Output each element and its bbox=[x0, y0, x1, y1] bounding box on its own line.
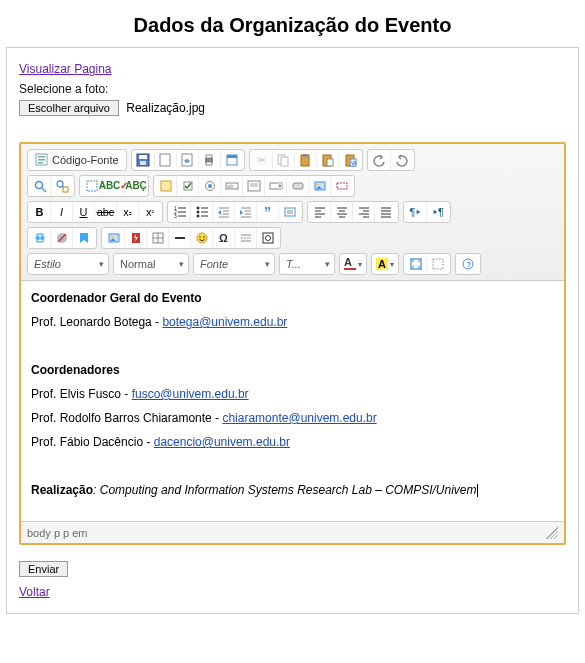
numberedlist-icon[interactable]: 123 bbox=[169, 202, 191, 222]
form-panel: Visualizar Pagina Selecione a foto: Esco… bbox=[6, 47, 579, 614]
spellcheck-icon[interactable]: ABC✓ bbox=[103, 176, 125, 196]
strike-icon[interactable]: abc bbox=[95, 202, 117, 222]
svg-point-32 bbox=[208, 184, 212, 188]
iframe-icon[interactable] bbox=[257, 228, 279, 248]
checkbox-icon[interactable] bbox=[177, 176, 199, 196]
maximize-icon[interactable] bbox=[405, 254, 427, 274]
find-icon[interactable] bbox=[29, 176, 51, 196]
svg-rect-7 bbox=[160, 154, 170, 166]
preview-icon[interactable] bbox=[177, 150, 199, 170]
svg-rect-40 bbox=[293, 183, 303, 189]
form-icon[interactable] bbox=[155, 176, 177, 196]
link-icon[interactable] bbox=[29, 228, 51, 248]
source-button[interactable]: Código-Fonte bbox=[29, 150, 125, 170]
resize-handle[interactable] bbox=[546, 527, 558, 539]
smiley-icon[interactable] bbox=[191, 228, 213, 248]
textfield-icon[interactable]: ab bbox=[221, 176, 243, 196]
flash-icon[interactable] bbox=[125, 228, 147, 248]
newpage-icon[interactable] bbox=[155, 150, 177, 170]
font-select[interactable]: Fonte▾ bbox=[193, 253, 275, 275]
format-select[interactable]: Normal▾ bbox=[113, 253, 189, 275]
paste-word-icon[interactable]: W bbox=[339, 150, 361, 170]
svg-text:?: ? bbox=[467, 260, 472, 269]
svg-text:1: 1 bbox=[174, 205, 177, 211]
pagebreak-icon[interactable] bbox=[235, 228, 257, 248]
copy-icon[interactable] bbox=[273, 150, 295, 170]
svg-rect-18 bbox=[323, 155, 331, 166]
svg-line-24 bbox=[42, 188, 46, 192]
svg-rect-90 bbox=[132, 233, 140, 243]
scayt-icon[interactable]: ABÇ bbox=[125, 176, 147, 196]
c2-email[interactable]: chiaramonte@univem.edu.br bbox=[222, 411, 376, 425]
svg-rect-9 bbox=[205, 158, 213, 163]
bidi-rtl-icon[interactable]: ‣¶ bbox=[427, 202, 449, 222]
blockquote-icon[interactable]: ” bbox=[257, 202, 279, 222]
c3-email[interactable]: dacencio@univem.edu.br bbox=[154, 435, 290, 449]
svg-rect-3 bbox=[38, 162, 43, 164]
superscript-icon[interactable]: x² bbox=[139, 202, 161, 222]
image-icon[interactable] bbox=[103, 228, 125, 248]
justify-icon[interactable] bbox=[375, 202, 397, 222]
element-path[interactable]: body p p em bbox=[27, 527, 88, 539]
subscript-icon[interactable]: x₂ bbox=[117, 202, 139, 222]
paste-text-icon[interactable] bbox=[317, 150, 339, 170]
paste-icon[interactable] bbox=[295, 150, 317, 170]
button-icon[interactable] bbox=[287, 176, 309, 196]
radio-icon[interactable] bbox=[199, 176, 221, 196]
submit-button[interactable]: Enviar bbox=[19, 561, 68, 577]
showblocks-icon[interactable] bbox=[427, 254, 449, 274]
textcolor-button[interactable]: A▾ bbox=[339, 253, 367, 275]
alignright-icon[interactable] bbox=[353, 202, 375, 222]
preview-link[interactable]: Visualizar Pagina bbox=[19, 62, 112, 76]
svg-rect-15 bbox=[281, 157, 288, 166]
coord-line-2: Prof. Rodolfo Barros Chiaramonte - chiar… bbox=[31, 411, 554, 425]
coord-geral-line: Prof. Leonardo Botega - botega@univem.ed… bbox=[31, 315, 554, 329]
back-link[interactable]: Voltar bbox=[19, 585, 50, 599]
bold-icon[interactable]: B bbox=[29, 202, 51, 222]
choose-file-button[interactable]: Escolher arquivo bbox=[19, 100, 119, 116]
source-label: Código-Fonte bbox=[52, 154, 119, 166]
editor-content[interactable]: Coordenador Geral do Evento Prof. Leonar… bbox=[21, 281, 564, 521]
outdent-icon[interactable] bbox=[213, 202, 235, 222]
bulletlist-icon[interactable] bbox=[191, 202, 213, 222]
svg-rect-29 bbox=[161, 181, 171, 191]
bidi-ltr-icon[interactable]: ¶‣ bbox=[405, 202, 427, 222]
c1-email[interactable]: fusco@univem.edu.br bbox=[132, 387, 249, 401]
svg-rect-88 bbox=[109, 234, 119, 242]
imagebutton-icon[interactable] bbox=[309, 176, 331, 196]
svg-rect-27 bbox=[63, 187, 68, 192]
textarea-icon[interactable] bbox=[243, 176, 265, 196]
templates-icon[interactable] bbox=[221, 150, 243, 170]
unlink-icon[interactable] bbox=[51, 228, 73, 248]
undo-icon[interactable] bbox=[369, 150, 391, 170]
svg-point-23 bbox=[35, 182, 42, 189]
coord-geral-email[interactable]: botega@univem.edu.br bbox=[162, 315, 287, 329]
indent-icon[interactable] bbox=[235, 202, 257, 222]
italic-icon[interactable]: I bbox=[51, 202, 73, 222]
svg-text:3: 3 bbox=[174, 213, 177, 219]
save-icon[interactable] bbox=[133, 150, 155, 170]
editor-toolbar: Código-Fonte ✂ W bbox=[21, 144, 564, 281]
anchor-icon[interactable] bbox=[73, 228, 95, 248]
alignleft-icon[interactable] bbox=[309, 202, 331, 222]
size-select[interactable]: T...▾ bbox=[279, 253, 335, 275]
hiddenfield-icon[interactable] bbox=[331, 176, 353, 196]
table-icon[interactable] bbox=[147, 228, 169, 248]
specialchar-icon[interactable]: Ω bbox=[213, 228, 235, 248]
svg-point-97 bbox=[203, 236, 205, 238]
replace-icon[interactable] bbox=[51, 176, 73, 196]
cut-icon[interactable]: ✂ bbox=[251, 150, 273, 170]
svg-rect-19 bbox=[327, 159, 333, 166]
div-icon[interactable] bbox=[279, 202, 301, 222]
print-icon[interactable] bbox=[199, 150, 221, 170]
redo-icon[interactable] bbox=[391, 150, 413, 170]
svg-rect-91 bbox=[153, 233, 163, 243]
underline-icon[interactable]: U bbox=[73, 202, 95, 222]
bgcolor-button[interactable]: A▾ bbox=[371, 253, 399, 275]
aligncenter-icon[interactable] bbox=[331, 202, 353, 222]
about-icon[interactable]: ? bbox=[457, 254, 479, 274]
select-icon[interactable] bbox=[265, 176, 287, 196]
style-select[interactable]: Estilo▾ bbox=[27, 253, 109, 275]
svg-rect-2 bbox=[38, 159, 45, 161]
hr-icon[interactable] bbox=[169, 228, 191, 248]
